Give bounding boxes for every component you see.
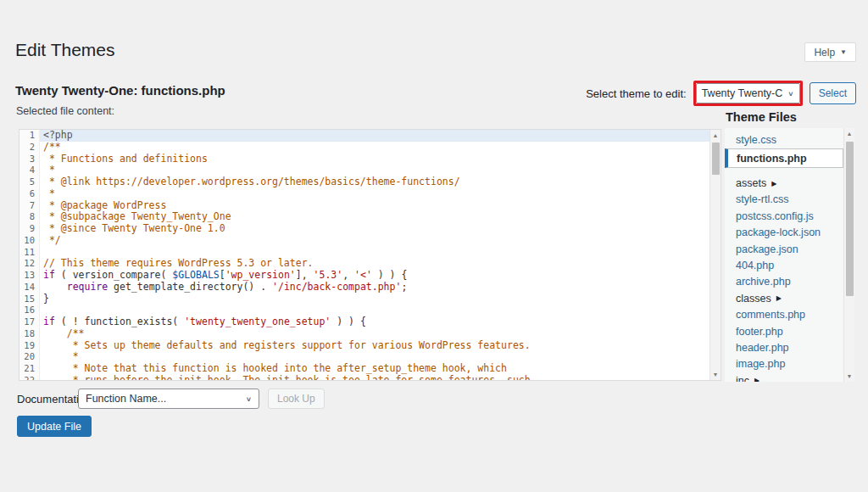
line-number: 16 [19, 305, 40, 316]
code-line[interactable]: 22 * runs before the init hook. The init… [19, 375, 709, 380]
theme-file-functions.php[interactable]: functions.php [725, 148, 843, 168]
theme-select-group: Select theme to edit: Twenty Twenty-C ∨ … [586, 81, 856, 106]
line-number: 13 [19, 270, 40, 282]
line-number: 14 [19, 282, 40, 294]
code-text [40, 305, 709, 316]
scroll-down-arrow-icon[interactable]: ▼ [710, 369, 721, 380]
code-token: * runs before the init hook. The init ho… [67, 374, 531, 380]
code-line[interactable]: 9 * @since Twenty Twenty-One 1.0 [19, 223, 709, 235]
code-line[interactable]: 5 * @link https://developer.wordpress.or… [19, 176, 709, 188]
line-number: 9 [19, 223, 40, 235]
selected-file-content-label: Selected file content: [16, 105, 114, 117]
files-scrollbar-thumb[interactable] [846, 142, 854, 296]
code-token: , [342, 269, 354, 281]
theme-file-package.json[interactable]: package.json [725, 241, 843, 257]
theme-files-list: style.cssfunctions.phpassets▶style-rtl.c… [725, 128, 854, 382]
code-line[interactable]: 13if ( version_compare( $GLOBALS['wp_ver… [19, 270, 709, 282]
code-line[interactable]: 6 * [19, 188, 709, 200]
code-text: /** [40, 142, 709, 154]
line-number: 6 [19, 188, 40, 200]
code-text: * @link https://developer.wordpress.org/… [40, 176, 709, 188]
theme-file-archive.php[interactable]: archive.php [725, 274, 843, 290]
code-token: get_template_directory() . [108, 281, 272, 293]
code-line[interactable]: 16 [19, 305, 709, 316]
code-line[interactable]: 10 */ [19, 235, 709, 247]
lookup-button[interactable]: Look Up [268, 389, 325, 409]
code-token: /** [67, 327, 85, 339]
code-token: * @subpackage Twenty_Twenty_One [43, 210, 231, 222]
code-line[interactable]: 12// This theme requires WordPress 5.3 o… [19, 258, 709, 270]
line-number: 11 [19, 247, 40, 259]
code-text: /** [40, 328, 709, 340]
theme-folder-inc[interactable]: inc▶ [725, 372, 843, 382]
theme-file-style-rtl.css[interactable]: style-rtl.css [725, 192, 843, 208]
chevron-down-icon: ∨ [787, 90, 793, 98]
page-title: Edit Themes [15, 40, 115, 60]
theme-file-comments.php[interactable]: comments.php [725, 307, 843, 323]
code-token: * Functions and definitions [43, 153, 208, 165]
code-line[interactable]: 18 /** [19, 328, 709, 340]
documentation-dropdown-value: Function Name... [86, 393, 166, 405]
file-item-label: footer.php [736, 326, 783, 338]
code-token: if [43, 269, 55, 281]
file-item-label: classes [736, 293, 771, 305]
theme-select-dropdown[interactable]: Twenty Twenty-C ∨ [696, 83, 800, 103]
line-number: 20 [19, 351, 40, 363]
update-file-button[interactable]: Update File [17, 416, 92, 437]
theme-file-404.php[interactable]: 404.php [725, 257, 843, 273]
code-line[interactable]: 19 * Sets up theme defaults and register… [19, 340, 709, 352]
code-line[interactable]: 20 * [19, 351, 709, 363]
theme-file-postcss.config.js[interactable]: postcss.config.js [725, 208, 843, 224]
code-editor[interactable]: 1<?php2/**3 * Functions and definitions4… [19, 129, 721, 381]
folder-expand-arrow-icon: ▶ [771, 180, 776, 187]
current-theme-file-title: Twenty Twenty-One: functions.php [15, 83, 225, 98]
code-token: '5.3' [314, 269, 343, 281]
file-item-label: header.php [736, 342, 789, 354]
code-line[interactable]: 4 * [19, 165, 709, 176]
theme-file-package-lock.json[interactable]: package-lock.json [725, 225, 843, 241]
scroll-down-arrow-icon[interactable]: ▼ [844, 371, 854, 382]
line-number: 12 [19, 258, 40, 270]
folder-expand-arrow-icon: ▶ [776, 294, 782, 302]
line-number: 8 [19, 211, 40, 223]
code-line[interactable]: 3 * Functions and definitions [19, 154, 709, 165]
select-theme-button[interactable]: Select [810, 82, 856, 104]
code-text: require get_template_directory() . '/inc… [40, 282, 709, 294]
code-line[interactable]: 21 * Note that this function is hooked i… [19, 363, 709, 375]
line-number: 2 [19, 142, 40, 154]
code-token: 'wp_version' [225, 269, 296, 281]
line-number: 15 [19, 294, 40, 305]
theme-folder-assets[interactable]: assets▶ [725, 175, 843, 191]
code-line[interactable]: 17if ( ! function_exists( 'twenty_twenty… [19, 316, 709, 328]
help-button[interactable]: Help ▼ [804, 42, 856, 62]
scroll-up-arrow-icon[interactable]: ▲ [710, 130, 721, 141]
file-item-label: inc [736, 375, 749, 382]
code-token: 'twenty_twenty_one_setup' [184, 316, 331, 327]
editor-vertical-scrollbar[interactable]: ▲ ▼ [709, 130, 721, 380]
theme-file-style.css[interactable]: style.css [725, 131, 843, 148]
code-line[interactable]: 1<?php [19, 130, 709, 142]
theme-file-header.php[interactable]: header.php [725, 339, 843, 355]
code-text: if ( version_compare( $GLOBALS['wp_versi… [40, 270, 709, 282]
theme-file-footer.php[interactable]: footer.php [725, 323, 843, 339]
code-line[interactable]: 2/** [19, 142, 709, 154]
line-number: 18 [19, 328, 40, 340]
code-area[interactable]: 1<?php2/**3 * Functions and definitions4… [19, 130, 709, 380]
code-line[interactable]: 8 * @subpackage Twenty_Twenty_One [19, 211, 709, 223]
code-token [43, 339, 67, 351]
theme-file-image.php[interactable]: image.php [725, 356, 843, 372]
code-line[interactable]: 7 * @package WordPress [19, 200, 709, 212]
code-text: * Functions and definitions [40, 154, 709, 165]
theme-folder-classes[interactable]: classes▶ [725, 290, 843, 306]
line-number: 4 [19, 165, 40, 176]
code-line[interactable]: 11 [19, 247, 709, 259]
files-vertical-scrollbar[interactable]: ▲ ▼ [843, 128, 854, 382]
code-token: <?php [43, 130, 73, 141]
scroll-up-arrow-icon[interactable]: ▲ [844, 128, 854, 139]
code-token: [ [220, 269, 225, 281]
editor-scrollbar-thumb[interactable] [712, 143, 720, 175]
code-line[interactable]: 15} [19, 294, 709, 305]
code-line[interactable]: 14 require get_template_directory() . '/… [19, 282, 709, 294]
documentation-function-dropdown[interactable]: Function Name... ∨ [78, 389, 259, 409]
code-text: * [40, 188, 709, 200]
